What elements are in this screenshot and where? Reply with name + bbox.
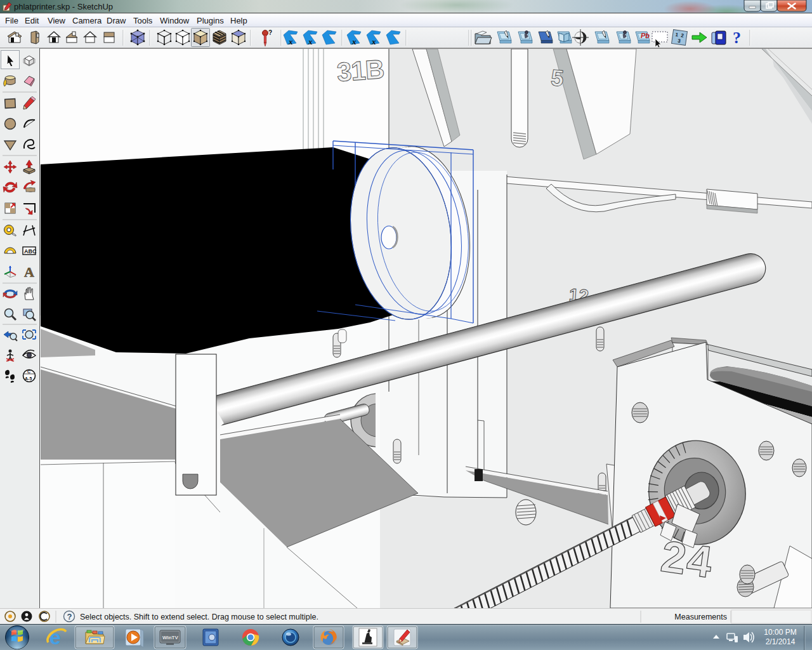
svg-text:x: x xyxy=(288,37,293,46)
svg-text:WinTV: WinTV xyxy=(162,635,178,640)
svg-text:C: C xyxy=(27,369,30,374)
svg-text:x: x xyxy=(351,37,357,46)
svg-text:31B: 31B xyxy=(336,54,384,87)
svg-text:?: ? xyxy=(733,29,741,47)
svg-text:A: A xyxy=(24,264,34,280)
svg-text:x: x xyxy=(308,37,313,46)
svg-text:2/1/2014: 2/1/2014 xyxy=(766,637,796,646)
svg-text:x: x xyxy=(371,37,376,46)
svg-text:A-5: A-5 xyxy=(25,376,32,381)
svg-text:24: 24 xyxy=(658,531,716,588)
svg-text:5: 5 xyxy=(549,64,565,91)
svg-text:10:00 PM: 10:00 PM xyxy=(764,628,796,637)
svg-text:Select objects. Shift to exten: Select objects. Shift to extend select. … xyxy=(80,613,318,621)
svg-text:?: ? xyxy=(67,612,72,621)
svg-text:Pb: Pb xyxy=(641,32,650,39)
svg-text:?: ? xyxy=(268,29,272,36)
svg-text:ABC: ABC xyxy=(24,248,37,255)
svg-text:Measurements: Measurements xyxy=(674,613,727,621)
